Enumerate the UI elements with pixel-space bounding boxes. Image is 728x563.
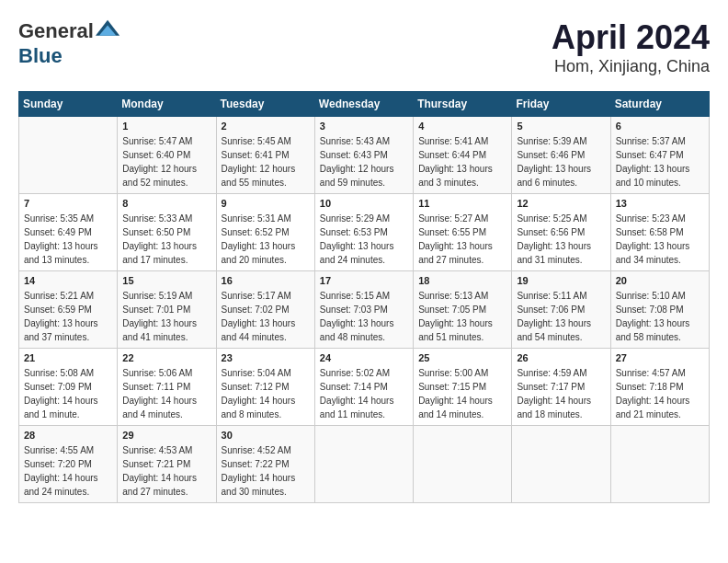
month-title: April 2024 — [552, 18, 710, 57]
day-number: 2 — [222, 121, 310, 132]
calendar-cell: 8Sunrise: 5:33 AMSunset: 6:50 PMDaylight… — [118, 194, 216, 271]
calendar-cell: 20Sunrise: 5:10 AMSunset: 7:08 PMDayligh… — [610, 271, 709, 349]
day-number: 16 — [222, 275, 310, 286]
calendar-cell — [512, 426, 610, 503]
day-info: Sunrise: 5:47 AMSunset: 6:40 PMDaylight:… — [122, 134, 210, 190]
day-number: 24 — [320, 352, 408, 363]
calendar-cell: 11Sunrise: 5:27 AMSunset: 6:55 PMDayligh… — [414, 194, 512, 271]
day-info: Sunrise: 4:53 AMSunset: 7:21 PMDaylight:… — [122, 443, 210, 499]
day-info: Sunrise: 5:00 AMSunset: 7:15 PMDaylight:… — [418, 366, 506, 421]
day-info: Sunrise: 5:04 AMSunset: 7:12 PMDaylight:… — [222, 366, 310, 421]
calendar-cell: 25Sunrise: 5:00 AMSunset: 7:15 PMDayligh… — [414, 349, 512, 426]
day-info: Sunrise: 5:35 AMSunset: 6:49 PMDaylight:… — [24, 212, 112, 267]
day-number: 9 — [222, 198, 310, 209]
day-header-sunday: Sunday — [19, 92, 118, 117]
day-header-monday: Monday — [118, 92, 216, 117]
calendar-cell — [19, 117, 118, 194]
day-number: 25 — [418, 352, 506, 363]
calendar-cell: 1Sunrise: 5:47 AMSunset: 6:40 PMDaylight… — [118, 117, 216, 194]
calendar-cell: 2Sunrise: 5:45 AMSunset: 6:41 PMDaylight… — [216, 117, 314, 194]
day-number: 17 — [320, 275, 408, 286]
day-number: 26 — [517, 352, 605, 363]
calendar-cell: 22Sunrise: 5:06 AMSunset: 7:11 PMDayligh… — [118, 349, 216, 426]
calendar-table: SundayMondayTuesdayWednesdayThursdayFrid… — [18, 91, 710, 503]
day-number: 6 — [616, 121, 704, 132]
calendar-cell: 24Sunrise: 5:02 AMSunset: 7:14 PMDayligh… — [314, 349, 413, 426]
calendar-cell: 30Sunrise: 4:52 AMSunset: 7:22 PMDayligh… — [216, 426, 314, 503]
logo: General Blue — [18, 18, 121, 68]
calendar-cell: 7Sunrise: 5:35 AMSunset: 6:49 PMDaylight… — [19, 194, 118, 271]
calendar-week-2: 7Sunrise: 5:35 AMSunset: 6:49 PMDaylight… — [19, 194, 710, 271]
day-header-thursday: Thursday — [414, 92, 512, 117]
calendar-body: 1Sunrise: 5:47 AMSunset: 6:40 PMDaylight… — [19, 117, 710, 503]
day-number: 11 — [418, 198, 506, 209]
calendar-cell: 26Sunrise: 4:59 AMSunset: 7:17 PMDayligh… — [512, 349, 610, 426]
calendar-cell: 18Sunrise: 5:13 AMSunset: 7:05 PMDayligh… — [414, 271, 512, 349]
calendar-week-3: 14Sunrise: 5:21 AMSunset: 6:59 PMDayligh… — [19, 271, 710, 349]
page-header: General Blue April 2024 Hom, Xinjiang, C… — [18, 18, 710, 76]
day-number: 15 — [122, 275, 210, 286]
calendar-cell: 14Sunrise: 5:21 AMSunset: 6:59 PMDayligh… — [19, 271, 118, 349]
calendar-cell: 21Sunrise: 5:08 AMSunset: 7:09 PMDayligh… — [19, 349, 118, 426]
calendar-cell: 5Sunrise: 5:39 AMSunset: 6:46 PMDaylight… — [512, 117, 610, 194]
logo-icon — [96, 18, 121, 44]
day-header-tuesday: Tuesday — [216, 92, 314, 117]
calendar-cell: 28Sunrise: 4:55 AMSunset: 7:20 PMDayligh… — [19, 426, 118, 503]
day-number: 20 — [616, 275, 704, 286]
calendar-cell: 29Sunrise: 4:53 AMSunset: 7:21 PMDayligh… — [118, 426, 216, 503]
day-info: Sunrise: 4:52 AMSunset: 7:22 PMDaylight:… — [222, 443, 310, 499]
calendar-cell: 12Sunrise: 5:25 AMSunset: 6:56 PMDayligh… — [512, 194, 610, 271]
day-number: 29 — [122, 430, 210, 441]
day-number: 23 — [222, 352, 310, 363]
day-info: Sunrise: 5:06 AMSunset: 7:11 PMDaylight:… — [122, 366, 210, 421]
calendar-cell: 6Sunrise: 5:37 AMSunset: 6:47 PMDaylight… — [610, 117, 709, 194]
day-number: 8 — [122, 198, 210, 209]
day-number: 30 — [222, 430, 310, 441]
day-info: Sunrise: 5:21 AMSunset: 6:59 PMDaylight:… — [24, 289, 112, 344]
day-info: Sunrise: 4:55 AMSunset: 7:20 PMDaylight:… — [24, 443, 112, 499]
day-number: 27 — [616, 352, 704, 363]
day-info: Sunrise: 4:57 AMSunset: 7:18 PMDaylight:… — [616, 366, 704, 421]
day-number: 13 — [616, 198, 704, 209]
calendar-cell: 27Sunrise: 4:57 AMSunset: 7:18 PMDayligh… — [610, 349, 709, 426]
day-header-wednesday: Wednesday — [314, 92, 413, 117]
day-info: Sunrise: 5:23 AMSunset: 6:58 PMDaylight:… — [616, 212, 704, 267]
day-header-saturday: Saturday — [610, 92, 709, 117]
logo-blue-text: Blue — [18, 44, 63, 68]
logo-general-text: General — [18, 19, 94, 43]
day-number: 10 — [320, 198, 408, 209]
calendar-header: SundayMondayTuesdayWednesdayThursdayFrid… — [19, 92, 710, 117]
title-block: April 2024 Hom, Xinjiang, China — [552, 18, 710, 76]
day-info: Sunrise: 5:11 AMSunset: 7:06 PMDaylight:… — [517, 289, 605, 344]
day-number: 1 — [122, 121, 210, 132]
calendar-cell: 13Sunrise: 5:23 AMSunset: 6:58 PMDayligh… — [610, 194, 709, 271]
calendar-week-4: 21Sunrise: 5:08 AMSunset: 7:09 PMDayligh… — [19, 349, 710, 426]
day-info: Sunrise: 5:19 AMSunset: 7:01 PMDaylight:… — [122, 289, 210, 344]
day-number: 18 — [418, 275, 506, 286]
day-info: Sunrise: 5:29 AMSunset: 6:53 PMDaylight:… — [320, 212, 408, 267]
day-number: 5 — [517, 121, 605, 132]
day-info: Sunrise: 5:39 AMSunset: 6:46 PMDaylight:… — [517, 134, 605, 190]
calendar-cell: 10Sunrise: 5:29 AMSunset: 6:53 PMDayligh… — [314, 194, 413, 271]
day-info: Sunrise: 5:15 AMSunset: 7:03 PMDaylight:… — [320, 289, 408, 344]
day-info: Sunrise: 4:59 AMSunset: 7:17 PMDaylight:… — [517, 366, 605, 421]
day-info: Sunrise: 5:45 AMSunset: 6:41 PMDaylight:… — [222, 134, 310, 190]
calendar-cell — [314, 426, 413, 503]
day-info: Sunrise: 5:13 AMSunset: 7:05 PMDaylight:… — [418, 289, 506, 344]
calendar-cell: 4Sunrise: 5:41 AMSunset: 6:44 PMDaylight… — [414, 117, 512, 194]
day-info: Sunrise: 5:17 AMSunset: 7:02 PMDaylight:… — [222, 289, 310, 344]
calendar-cell: 9Sunrise: 5:31 AMSunset: 6:52 PMDaylight… — [216, 194, 314, 271]
day-info: Sunrise: 5:43 AMSunset: 6:43 PMDaylight:… — [320, 134, 408, 190]
day-number: 3 — [320, 121, 408, 132]
day-number: 12 — [517, 198, 605, 209]
day-number: 4 — [418, 121, 506, 132]
location: Hom, Xinjiang, China — [552, 57, 710, 76]
day-number: 21 — [24, 352, 112, 363]
day-info: Sunrise: 5:33 AMSunset: 6:50 PMDaylight:… — [122, 212, 210, 267]
calendar-cell: 16Sunrise: 5:17 AMSunset: 7:02 PMDayligh… — [216, 271, 314, 349]
calendar-week-1: 1Sunrise: 5:47 AMSunset: 6:40 PMDaylight… — [19, 117, 710, 194]
day-number: 14 — [24, 275, 112, 286]
calendar-cell: 23Sunrise: 5:04 AMSunset: 7:12 PMDayligh… — [216, 349, 314, 426]
day-info: Sunrise: 5:31 AMSunset: 6:52 PMDaylight:… — [222, 212, 310, 267]
day-number: 19 — [517, 275, 605, 286]
